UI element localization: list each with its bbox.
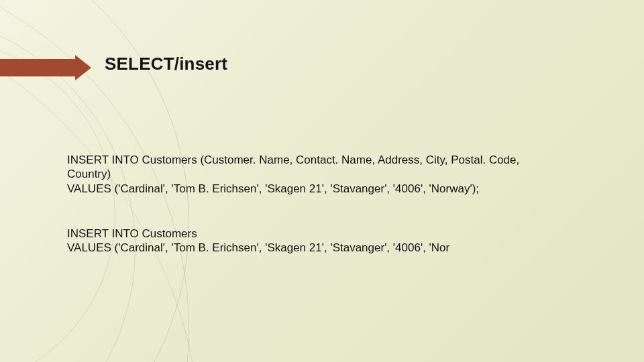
slide-title: SELECT/insert xyxy=(105,54,227,74)
code-line: VALUES ('Cardinal', 'Tom B. Erichsen', '… xyxy=(67,241,597,255)
code-line: VALUES ('Cardinal', 'Tom B. Erichsen', '… xyxy=(67,182,597,196)
sql-example-1: INSERT INTO Customers (Customer. Name, C… xyxy=(67,153,597,196)
title-ribbon-arrow-icon xyxy=(75,55,91,80)
slide: SELECT/insert INSERT INTO Customers (Cus… xyxy=(0,0,644,362)
sql-example-2: INSERT INTO Customers VALUES ('Cardinal'… xyxy=(67,227,597,255)
slide-body: INSERT INTO Customers (Customer. Name, C… xyxy=(67,153,597,255)
code-line: INSERT INTO Customers xyxy=(67,227,597,241)
code-line: Country) xyxy=(67,167,597,181)
code-line: INSERT INTO Customers (Customer. Name, C… xyxy=(67,153,597,167)
title-ribbon-bar xyxy=(0,59,75,76)
